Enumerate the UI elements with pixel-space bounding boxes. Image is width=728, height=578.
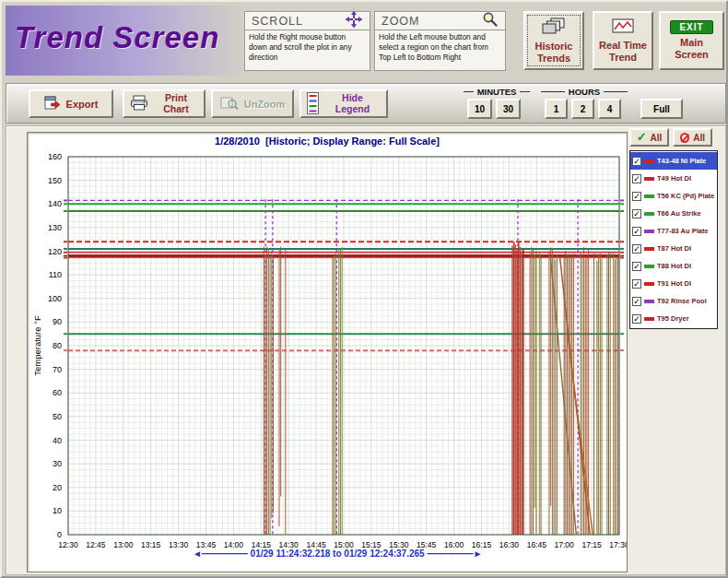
svg-text:140: 140 [48,199,62,208]
svg-text:30: 30 [53,459,62,468]
svg-text:100: 100 [48,294,62,303]
hours-2-button[interactable]: 2 [571,99,594,119]
legend-color-swatch [644,317,654,321]
export-button[interactable]: Export [29,89,113,118]
zoom-help-box: ZOOM Hold the Left mouse button and sele… [374,11,506,71]
legend-label: T91 Hot DI [657,279,691,288]
svg-text:Temperature °F: Temperature °F [32,315,42,376]
svg-text:150: 150 [48,176,62,185]
legend-label: T88 Hot DI [657,262,691,270]
svg-text:60: 60 [53,388,62,397]
full-range-button[interactable]: Full [640,99,683,119]
legend-item-t91-hot-di[interactable]: ✓T91 Hot DI [630,275,717,292]
svg-text:20: 20 [53,483,62,492]
magnifier-icon [482,11,499,31]
legend-color-swatch [644,300,654,303]
export-label: Export [66,99,99,110]
trend-plot[interactable]: 0102030405060708090100110120130140150160… [29,147,627,560]
legend-checkbox[interactable]: ✓ [632,279,641,289]
legend-item-t88-hot-di[interactable]: ✓T88 Hot DI [630,257,717,275]
time-range-text: 01/29 11:24:32.218 to 01/29 12:24:37.265 [248,549,428,559]
no-sign-icon [680,133,689,143]
legend-checkbox[interactable]: ✓ [632,244,641,254]
zoom-help-text: Hold the Left mouse button and select a … [375,30,505,64]
historic-trends-icon [542,18,566,38]
legend-checkbox[interactable]: ✓ [632,297,641,306]
historic-trends-button[interactable]: Historic Trends [523,11,584,70]
real-time-trend-icon [612,18,634,37]
hours-text: HOURS [569,87,600,97]
legend-item-t66-au-strike[interactable]: ✓T66 Au Strike [630,205,717,222]
minutes-10-button[interactable]: 10 [467,99,492,119]
legend-item-t43-48-ni-plate[interactable]: ✓T43-48 Ni Plate [630,152,717,170]
svg-text:50: 50 [53,412,62,421]
svg-text:70: 70 [53,365,62,374]
real-time-trend-button[interactable]: Real Time Trend [593,11,653,70]
legend-panel: ✓T43-48 Ni Plate✓T49 Hot DI✓T56 KC (Pd) … [629,150,718,329]
legend-item-t95-dryer[interactable]: ✓T95 Dryer [630,310,717,327]
hours-group-label: HOURS [537,87,631,97]
main-screen-button[interactable]: EXIT Main Screen [659,11,724,70]
svg-text:130: 130 [48,223,62,232]
legend-color-swatch [644,282,654,286]
legend-label: T49 Hot DI [657,174,691,183]
exit-sign: EXIT [670,20,712,34]
trend-screen-window: Trend Screen SCROLL Hold the Right mouse… [0,0,728,578]
hide-legend-button[interactable]: Hide Legend [299,89,388,118]
deselect-all-label: All [693,133,705,143]
scroll-left-arrow[interactable]: ◄————— [193,549,248,559]
legend-label: T87 Hot DI [657,244,691,253]
legend-item-t87-hot-di[interactable]: ✓T87 Hot DI [630,240,717,257]
scroll-help-box: SCROLL Hold the Right mouse button down … [244,11,370,71]
legend-checkbox[interactable]: ✓ [632,262,641,271]
unzoom-button[interactable]: UnZoom [211,89,294,118]
svg-text:90: 90 [53,317,62,326]
legend-item-t92-rinse-pool[interactable]: ✓T92 Rinse Pool [630,292,717,310]
svg-text:10: 10 [53,506,62,515]
legend-label: T43-48 Ni Plate [657,157,706,165]
scroll-right-arrow[interactable]: —————► [427,549,482,559]
legend-color-swatch [644,230,654,233]
legend-color-swatch [644,247,654,251]
chart-area: ✓ All All 1/28/2010 [Historic; Display R… [6,125,726,575]
mini-legend-icon [307,92,319,116]
printer-icon [130,95,148,112]
legend-color-swatch [644,195,654,198]
legend-checkbox[interactable]: ✓ [632,157,641,166]
unzoom-label: UnZoom [244,99,286,110]
legend-item-t56-kc-pd-plate[interactable]: ✓T56 KC (Pd) Plate [630,187,717,205]
legend-item-t77-83-au-plate[interactable]: ✓T77-83 Au Plate [630,222,717,240]
historic-trends-label: Historic Trends [527,41,581,64]
legend-item-t49-hot-di[interactable]: ✓T49 Hot DI [630,170,717,187]
legend-label: T92 Rinse Pool [657,297,707,305]
legend-checkbox[interactable]: ✓ [632,174,641,183]
legend-checkbox[interactable]: ✓ [632,209,641,218]
time-range-nav: ◄————— 01/29 11:24:32.218 to 01/29 12:24… [28,538,627,569]
legend-color-swatch [644,212,654,216]
chart-panel: 1/28/2010 [Historic; Display Range: Full… [27,132,628,572]
select-all-button[interactable]: ✓ All [629,128,669,147]
svg-text:80: 80 [53,341,62,350]
hours-1-button[interactable]: 1 [545,99,568,119]
legend-color-swatch [644,177,654,181]
scroll-help-text: Hold the Right mouse button down and scr… [245,30,370,64]
legend-checkbox[interactable]: ✓ [632,314,641,324]
move-icon [345,10,363,32]
title-banner: Trend Screen [6,6,245,76]
print-chart-button[interactable]: Print Chart [123,89,205,118]
print-chart-label: Print Chart [154,93,198,113]
legend-checkbox[interactable]: ✓ [632,192,641,201]
svg-text:120: 120 [48,247,62,256]
hours-4-button[interactable]: 4 [598,99,621,119]
select-all-label: All [651,133,663,143]
legend-label: T77-83 Au Plate [657,227,709,235]
chart-title: 1/28/2010 [Historic; Display Range: Full… [28,133,627,147]
legend-checkbox[interactable]: ✓ [632,227,641,236]
minutes-text: MINUTES [477,87,517,97]
legend-color-swatch [644,265,654,268]
deselect-all-button[interactable]: All [673,128,712,147]
zoom-label: ZOOM [382,15,420,28]
export-icon [44,96,61,112]
scroll-label: SCROLL [252,15,303,28]
minutes-30-button[interactable]: 30 [496,99,521,119]
